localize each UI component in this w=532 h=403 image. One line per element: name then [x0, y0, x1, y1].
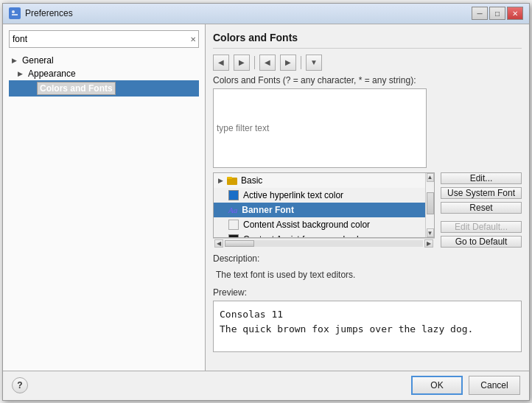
scroll-down-btn[interactable]: ▼ [427, 228, 434, 237]
preview-box: Consolas 11 The quick brown fox jumps ov… [213, 301, 522, 352]
preview-line1: Consolas 11 [220, 307, 515, 322]
window-title: Preferences [25, 8, 472, 18]
edit-default-button[interactable]: Edit Default... [441, 221, 522, 233]
right-panel: Colors and Fonts ◀ ▶ ◀ ▶ ▼ Colors and Fo… [206, 24, 529, 371]
filter-label: Colors and Fonts (? = any character, * =… [213, 75, 416, 85]
item-label: Active hyperlink text color [243, 190, 343, 200]
tree-item-colors-fonts[interactable]: Colors and Fonts [9, 80, 199, 97]
description-section: Description: The text font is used by te… [213, 253, 522, 283]
list-item-content-assist-bg[interactable]: Content Assist background color [214, 217, 425, 232]
maximize-button[interactable]: □ [489, 7, 505, 20]
menu-button[interactable]: ▼ [306, 55, 322, 71]
search-clear-icon[interactable]: ✕ [190, 35, 196, 43]
search-input[interactable] [9, 30, 199, 48]
list-item-banner-font[interactable]: Aa Banner Font [214, 203, 425, 217]
preview-label: Preview: [213, 287, 522, 298]
toolbar-separator2 [301, 56, 301, 69]
svg-rect-0 [10, 9, 19, 18]
bottom-bar: ? OK Cancel [3, 371, 529, 400]
item-label: Content Assist foreground color [243, 234, 366, 237]
list-wrapper: ▶ Basic Active hyperlink text colo [213, 172, 435, 238]
window-controls: ─ □ ✕ [472, 7, 523, 20]
tree-area: ▶ General ▶ Appearance Colors and Fonts [9, 54, 199, 365]
description-label: Description: [213, 253, 522, 264]
list-item-content-assist-fg[interactable]: Content Assist foreground color [214, 232, 425, 237]
content-area: ✕ ▶ General ▶ Appearance Colors and Font… [3, 24, 529, 371]
edit-button[interactable]: Edit... [441, 172, 522, 184]
filter-label-container: Colors and Fonts (? = any character, * =… [213, 75, 522, 85]
go-to-default-button[interactable]: Go to Default [441, 236, 522, 248]
buttons-column: Edit... Use System Font Reset Edit Defau… [441, 172, 522, 248]
tree-label-selected: Colors and Fonts [37, 82, 116, 95]
panel-title: Colors and Fonts [213, 32, 522, 49]
use-system-font-button[interactable]: Use System Font [441, 187, 522, 199]
app-icon [9, 7, 21, 19]
toolbar-separator [254, 56, 255, 69]
minimize-button[interactable]: ─ [472, 7, 488, 20]
font-icon: Aa [228, 206, 237, 214]
tree-label: General [22, 55, 54, 66]
group-basic[interactable]: ▶ Basic [214, 173, 425, 188]
scroll-thumb-h[interactable] [225, 240, 254, 247]
reset-button[interactable]: Reset [441, 202, 522, 214]
search-container: ✕ [9, 30, 199, 48]
item-label: Banner Font [242, 205, 294, 215]
back2-button[interactable]: ◀ [259, 55, 276, 71]
close-button[interactable]: ✕ [507, 7, 523, 20]
color-swatch [228, 220, 239, 230]
filter-input[interactable] [213, 88, 427, 168]
bottom-left: ? [12, 377, 28, 393]
scroll-left-btn[interactable]: ◀ [214, 239, 223, 248]
preview-line2: The quick brown fox jumps over the lazy … [220, 322, 515, 337]
help-button[interactable]: ? [12, 377, 28, 393]
arrow-icon: ▶ [12, 57, 19, 64]
group-arrow: ▶ [218, 177, 223, 184]
color-swatch [228, 234, 239, 237]
forward2-button[interactable]: ▶ [280, 55, 296, 71]
forward-button[interactable]: ▶ [234, 55, 250, 71]
tree-item-general[interactable]: ▶ General [9, 54, 199, 67]
item-label: Content Assist background color [243, 220, 370, 230]
list-item-active-hyperlink[interactable]: Active hyperlink text color [214, 188, 425, 203]
scroll-track [225, 240, 423, 247]
list-scrollbar-h[interactable]: ◀ ▶ [213, 238, 435, 248]
main-content: ▶ Basic Active hyperlink text colo [213, 172, 522, 248]
list-scrollbar-v[interactable]: ▲ ▼ [425, 173, 434, 237]
ok-button[interactable]: OK [411, 376, 463, 395]
spacer [441, 217, 522, 218]
left-panel: ✕ ▶ General ▶ Appearance Colors and Font… [3, 24, 206, 371]
scroll-right-btn[interactable]: ▶ [424, 239, 433, 248]
tree-item-appearance[interactable]: ▶ Appearance [9, 67, 199, 80]
back-button[interactable]: ◀ [213, 55, 229, 71]
svg-point-1 [12, 10, 15, 13]
folder-icon [226, 175, 238, 186]
scroll-up-btn[interactable]: ▲ [427, 173, 434, 182]
titlebar: Preferences ─ □ ✕ [3, 4, 529, 24]
bottom-right: OK Cancel [411, 376, 520, 395]
toolbar-row: ◀ ▶ ◀ ▶ ▼ [213, 55, 522, 71]
preferences-window: Preferences ─ □ ✕ ✕ ▶ General ▶ Appearan… [2, 3, 530, 401]
tree-label: Appearance [28, 69, 76, 79]
list-scroll-container: ▶ Basic Active hyperlink text colo [213, 172, 435, 248]
scroll-thumb[interactable] [427, 192, 434, 214]
color-swatch [228, 190, 239, 200]
cancel-button[interactable]: Cancel [469, 376, 520, 395]
description-text: The text font is used by text editors. [213, 267, 522, 283]
list-inner[interactable]: ▶ Basic Active hyperlink text colo [214, 173, 425, 237]
svg-rect-4 [227, 177, 232, 179]
arrow-icon: ▶ [18, 70, 25, 77]
group-label: Basic [241, 175, 262, 186]
preview-section: Preview: Consolas 11 The quick brown fox… [213, 287, 522, 362]
